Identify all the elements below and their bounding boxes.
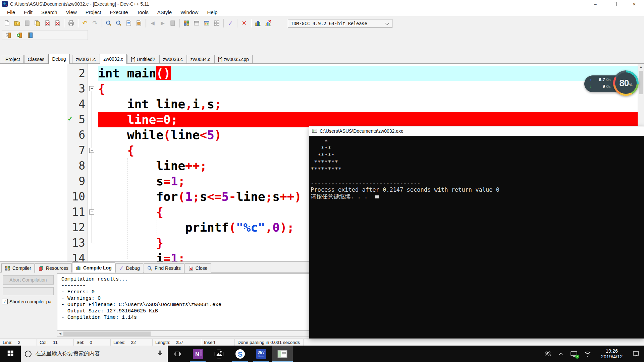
display-icon[interactable]: ✓ (570, 350, 578, 358)
menu-search[interactable]: Search (37, 8, 62, 17)
delete-profile-button[interactable] (263, 18, 273, 28)
menu-help[interactable]: Help (203, 8, 222, 17)
minimize-button[interactable]: – (586, 0, 605, 8)
scrollbar-thumb[interactable] (63, 331, 151, 336)
line-number[interactable]: 11 (67, 204, 85, 220)
forward-button[interactable]: ▶ (158, 18, 168, 28)
all-windows-button[interactable] (212, 18, 222, 28)
panel-tab-classes[interactable]: Classes (24, 55, 48, 63)
fold-toggle-icon[interactable]: − (89, 148, 94, 153)
project-panel[interactable] (0, 64, 67, 261)
print-button[interactable] (66, 18, 76, 28)
people-icon[interactable] (544, 350, 552, 358)
editor-tab-zw0032-c[interactable]: zw0032.c (100, 54, 127, 64)
taskbar-clock[interactable]: 19:26 2019/4/12 (597, 348, 626, 360)
scrollbar-thumb[interactable] (639, 71, 643, 94)
menu-execute[interactable]: Execute (106, 8, 132, 17)
bottom-tab-debug[interactable]: ✓Debug (115, 263, 143, 273)
undo-button[interactable]: ↶ (80, 18, 90, 28)
editor-tab-zw0031-c[interactable]: zw0031.c (72, 55, 99, 63)
menu-file[interactable]: File (3, 8, 19, 17)
bottom-tab-close[interactable]: Close (184, 263, 211, 273)
action-center-icon[interactable] (632, 350, 640, 358)
menu-view[interactable]: View (62, 8, 81, 17)
code-text: { (98, 143, 134, 158)
line-number[interactable]: 4 (67, 97, 85, 112)
close-all-button[interactable] (52, 18, 62, 28)
menu-tools[interactable]: Tools (132, 8, 153, 17)
editor-tab-untitled2[interactable]: [*] Untitled2 (127, 55, 159, 63)
editor-tab-zw0035-cpp[interactable]: [*] zw0035.cpp (214, 55, 253, 63)
taskbar-app-devcpp[interactable]: DEVC++ (251, 346, 272, 362)
fold-toggle-icon[interactable]: − (89, 86, 94, 91)
taskbar-search-input[interactable]: 在这里输入你要搜索的内容 (21, 346, 168, 362)
compile-button[interactable]: ✓ (225, 18, 235, 28)
profile-button[interactable] (253, 18, 263, 28)
close-button[interactable]: ✕ (625, 0, 644, 8)
line-number[interactable]: 3 (67, 81, 85, 97)
run-window-button[interactable] (202, 18, 212, 28)
abort-execution-button[interactable]: ✕ (239, 18, 249, 28)
taskbar-app-console[interactable] (272, 346, 293, 362)
editor-tab-zw0033-c[interactable]: zw0033.c (159, 55, 186, 63)
compile-window-button[interactable] (192, 18, 202, 28)
console-title-bar[interactable]: C:\Users\ASUS\Documents\zw0032.exe (309, 126, 644, 136)
compiler-select[interactable]: TDM-GCC 4.9.2 64-bit Release (288, 19, 392, 28)
menu-astyle[interactable]: AStyle (153, 8, 176, 17)
toggle-bookmark-button[interactable] (14, 30, 24, 40)
line-number[interactable]: 13 (67, 235, 85, 251)
panel-tab-project[interactable]: Project (2, 55, 24, 63)
bottom-tab-compiler[interactable]: Compiler (1, 263, 35, 273)
find-button[interactable] (104, 18, 114, 28)
save-all-button[interactable] (32, 18, 42, 28)
goto-declaration-button[interactable] (168, 18, 178, 28)
scroll-left-icon[interactable]: ◀ (57, 331, 63, 336)
panel-tab-debug[interactable]: Debug (48, 54, 69, 64)
project-manager-button[interactable] (181, 18, 192, 28)
wifi-icon[interactable] (584, 350, 592, 358)
taskbar-app-onenote[interactable]: N (187, 346, 208, 362)
open-file-button[interactable] (12, 18, 22, 28)
line-number[interactable]: 14 (67, 251, 85, 261)
line-number[interactable]: 10 (67, 189, 85, 204)
line-number[interactable]: 9 (67, 174, 85, 189)
menu-edit[interactable]: Edit (19, 8, 37, 17)
line-number[interactable]: 12 (67, 220, 85, 235)
replace-button[interactable] (114, 18, 124, 28)
save-file-button[interactable] (22, 18, 32, 28)
bottom-tab-compile-log[interactable]: Compile Log (72, 262, 115, 273)
start-button[interactable] (0, 346, 21, 362)
back-button[interactable]: ◀ (148, 18, 158, 28)
taskbar-app-photos[interactable] (208, 346, 229, 362)
goto-bookmark-button[interactable] (25, 30, 36, 40)
find-in-files-button[interactable] (124, 18, 134, 28)
editor-tab-zw0034-c[interactable]: zw0034.c (187, 55, 214, 63)
shorten-compiler-paths-checkbox[interactable]: ✓ Shorten compiler pa (2, 299, 56, 304)
insert-button[interactable] (3, 30, 13, 40)
task-view-button[interactable] (168, 346, 187, 362)
bottom-tab-find-results[interactable]: Find Results (144, 263, 184, 273)
close-file-button[interactable] (42, 18, 52, 28)
checkbox-check-icon[interactable]: ✓ (2, 299, 8, 304)
microphone-icon[interactable] (156, 350, 164, 358)
scroll-up-icon[interactable]: ▲ (638, 64, 644, 70)
menu-window[interactable]: Window (176, 8, 203, 17)
line-number[interactable]: 6 (67, 127, 85, 143)
fold-toggle-icon[interactable]: − (89, 209, 94, 215)
goto-line-button[interactable] (134, 18, 144, 28)
abort-compilation-button[interactable]: Abort Compilation (3, 275, 54, 285)
console-output[interactable]: * *** ***** ****************------------… (309, 136, 644, 200)
console-window[interactable]: C:\Users\ASUS\Documents\zw0032.exe * ***… (309, 126, 644, 338)
net-speed-widget[interactable]: ↑6.7K/s ↓9K/s 80% (584, 70, 639, 97)
bottom-tab-resources[interactable]: Resources (35, 263, 72, 273)
line-number[interactable]: 8 (67, 158, 85, 174)
line-number[interactable]: 2 (67, 66, 85, 81)
new-file-button[interactable] (2, 18, 12, 28)
menu-project[interactable]: Project (81, 8, 106, 17)
tray-expand-chevron-icon[interactable] (557, 351, 564, 357)
line-number[interactable]: 7 (67, 143, 85, 158)
memory-gauge[interactable]: 80% (613, 70, 639, 96)
maximize-button[interactable] (605, 0, 625, 8)
taskbar-app-sogou[interactable]: S (229, 346, 251, 362)
redo-button[interactable]: ↷ (90, 18, 100, 28)
